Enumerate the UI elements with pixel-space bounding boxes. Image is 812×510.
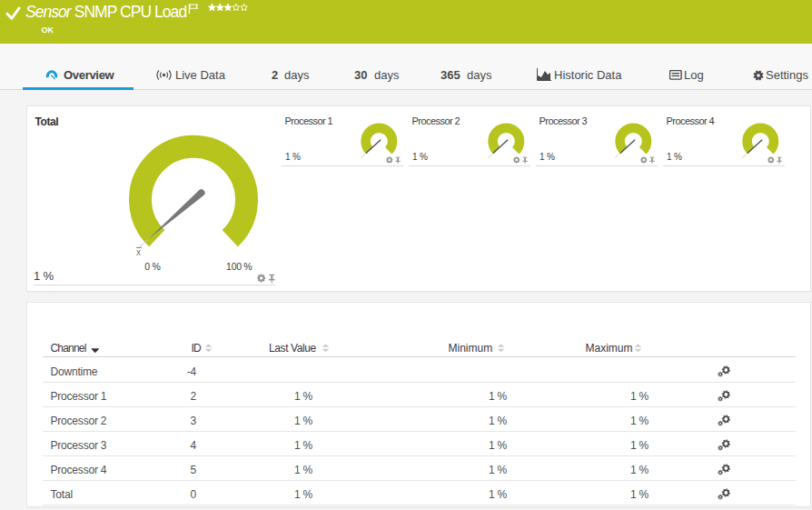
svg-text:x: x: [136, 247, 141, 257]
